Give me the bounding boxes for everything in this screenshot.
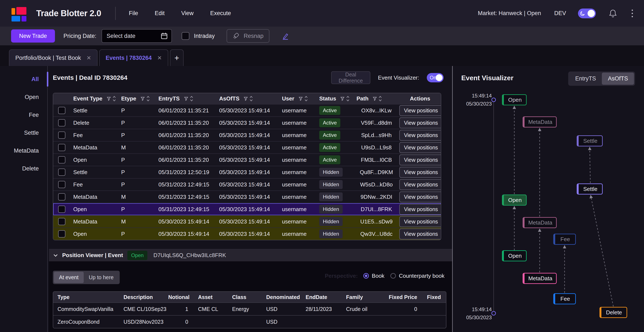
- view-positions-button[interactable]: View positions: [399, 117, 441, 128]
- column-header-icons: [340, 96, 350, 101]
- cell-actions: View positions: [399, 192, 441, 202]
- column-header-denominated: Denominated: [262, 294, 301, 300]
- event-node-open[interactable]: Open: [502, 94, 527, 105]
- filter-funnel-icon[interactable]: [340, 97, 344, 101]
- cell-event-type: MetaData: [70, 194, 118, 200]
- menu-item-file[interactable]: File: [129, 10, 138, 16]
- row-checkbox[interactable]: [58, 218, 66, 225]
- sort-icon[interactable]: [146, 96, 150, 101]
- event-node-settle[interactable]: Settle: [577, 135, 603, 146]
- event-node-fee[interactable]: Fee: [553, 234, 576, 245]
- cell-actions: View positions: [399, 105, 441, 116]
- cell-etype: M: [118, 218, 156, 225]
- status-badge: Hidden: [319, 168, 343, 177]
- position-viewer-bar[interactable]: Position Viewer | Event Open D7UIqLS6Q_C…: [49, 249, 452, 261]
- radio-button[interactable]: [363, 273, 369, 279]
- dark-mode-toggle[interactable]: [578, 8, 596, 18]
- notifications-bell-icon[interactable]: [609, 9, 617, 18]
- row-checkbox[interactable]: [58, 230, 66, 238]
- tab-inactive-0[interactable]: Portfolio/Book | Test Book✕: [9, 49, 98, 66]
- event-node-fee[interactable]: Fee: [553, 293, 576, 304]
- cell-etype: P: [118, 169, 156, 176]
- events-panel: Events | Deal ID 7830264 Deal Difference…: [49, 66, 452, 332]
- radio-button[interactable]: [390, 273, 396, 279]
- row-checkbox[interactable]: [58, 193, 66, 201]
- add-tab-button[interactable]: +: [170, 49, 184, 66]
- intraday-checkbox[interactable]: [182, 32, 189, 40]
- view-positions-button[interactable]: View positions: [399, 142, 441, 153]
- tab-close-icon[interactable]: ✕: [86, 55, 91, 61]
- sort-icon[interactable]: [113, 96, 116, 101]
- row-checkbox[interactable]: [58, 131, 66, 139]
- event-visualizer-toggle[interactable]: On: [427, 73, 444, 82]
- filter-funnel-icon[interactable]: [107, 97, 111, 101]
- event-node-metadata[interactable]: MetaData: [522, 273, 557, 284]
- cell-family: Crude oil: [342, 306, 380, 312]
- sidebar-item-fee[interactable]: Fee: [0, 106, 49, 124]
- cell-entry-ts: 05/31/2023 12:50:19: [156, 169, 216, 176]
- sidebar-item-all[interactable]: All: [0, 70, 49, 88]
- tab-active-1[interactable]: Events | 7830264✕: [99, 49, 168, 66]
- view-positions-button[interactable]: View positions: [399, 229, 441, 239]
- resnap-button[interactable]: Resnap: [226, 29, 270, 43]
- menu-item-view[interactable]: View: [181, 10, 194, 16]
- tab-label: Events | 7830264: [106, 55, 152, 61]
- sort-icon[interactable]: [304, 96, 308, 101]
- new-trade-button[interactable]: New Trade: [11, 29, 55, 42]
- segment-up-to-here[interactable]: Up to here: [84, 272, 119, 283]
- radio-option-book[interactable]: Book: [363, 273, 384, 279]
- menu-item-execute[interactable]: Execute: [210, 10, 231, 16]
- filter-funnel-icon[interactable]: [184, 97, 188, 101]
- deal-difference-button[interactable]: Deal Difference: [331, 71, 370, 84]
- view-positions-button[interactable]: View positions: [399, 216, 441, 227]
- event-node-metadata[interactable]: MetaData: [522, 116, 557, 127]
- row-checkbox[interactable]: [58, 206, 66, 213]
- sort-icon[interactable]: [250, 96, 253, 101]
- edit-pencil-icon[interactable]: [281, 32, 290, 40]
- positions-table: TypeDescriptionNotionalAssetClassDenomin…: [53, 291, 446, 329]
- row-checkbox[interactable]: [58, 181, 66, 188]
- sort-icon[interactable]: [379, 96, 382, 101]
- sidebar-item-metadata[interactable]: MetaData: [0, 142, 49, 160]
- row-checkbox[interactable]: [58, 156, 66, 163]
- event-node-settle[interactable]: Settle: [577, 183, 603, 195]
- tab-close-icon[interactable]: ✕: [157, 55, 162, 61]
- view-positions-button[interactable]: View positions: [399, 179, 441, 190]
- segment-at-event[interactable]: At event: [54, 272, 84, 283]
- event-node-open[interactable]: Open: [502, 250, 527, 261]
- filter-funnel-icon[interactable]: [298, 97, 303, 101]
- menu-item-edit[interactable]: Edit: [154, 10, 164, 16]
- filter-funnel-icon[interactable]: [373, 97, 377, 101]
- event-node-metadata[interactable]: MetaData: [522, 217, 557, 228]
- event-visualizer-toggle-label: Event Visualizer:: [378, 74, 419, 81]
- status-badge: Hidden: [319, 217, 343, 226]
- view-positions-button[interactable]: View positions: [399, 167, 441, 178]
- pricing-date-input[interactable]: Select date: [102, 29, 172, 43]
- row-checkbox[interactable]: [58, 144, 66, 151]
- toggle-knob: [436, 74, 442, 81]
- pricing-date-label: Pricing Date:: [64, 33, 96, 39]
- sidebar-item-delete[interactable]: Delete: [0, 160, 49, 178]
- view-positions-button[interactable]: View positions: [399, 154, 441, 165]
- event-node-delete[interactable]: Delete: [600, 307, 627, 318]
- sidebar-item-open[interactable]: Open: [0, 88, 49, 106]
- row-checkbox[interactable]: [58, 169, 66, 176]
- overflow-menu-icon[interactable]: [631, 9, 634, 18]
- radio-option-counterparty-book[interactable]: Counterparty book: [390, 273, 444, 279]
- row-checkbox[interactable]: [58, 119, 66, 126]
- sort-icon[interactable]: [346, 96, 350, 101]
- filter-funnel-icon[interactable]: [244, 97, 248, 101]
- view-positions-button[interactable]: View positions: [399, 105, 441, 116]
- row-checkbox[interactable]: [58, 107, 66, 114]
- event-node-open[interactable]: Open: [502, 195, 527, 206]
- column-header-icons: [140, 96, 150, 101]
- sidebar-item-settle[interactable]: Settle: [0, 124, 49, 142]
- view-positions-button[interactable]: View positions: [399, 130, 441, 141]
- sort-icon[interactable]: [190, 96, 193, 101]
- view-positions-button[interactable]: View positions: [399, 204, 441, 215]
- view-positions-button[interactable]: View positions: [399, 192, 441, 202]
- filter-funnel-icon[interactable]: [140, 97, 145, 101]
- column-header-label: Event Type: [73, 95, 102, 102]
- cell-class: Energy: [228, 306, 262, 312]
- cell-user: username: [279, 206, 316, 213]
